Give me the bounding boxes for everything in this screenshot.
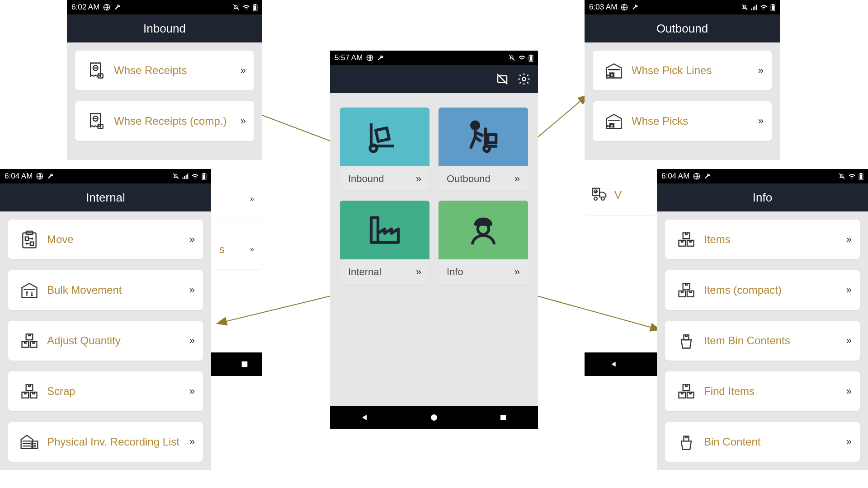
status-bar: 6:04 AM — [657, 169, 868, 183]
list-item-item-bin-contents[interactable]: Item Bin Contents » — [665, 321, 860, 361]
svg-rect-48 — [183, 178, 184, 179]
screen-title: Outbound — [585, 14, 780, 42]
clock: 6:02 AM — [71, 3, 99, 12]
svg-rect-16 — [242, 361, 248, 367]
warehouse-list-icon — [16, 432, 42, 452]
factory-icon — [340, 201, 429, 259]
svg-rect-59 — [26, 334, 33, 340]
battery-icon — [859, 173, 863, 180]
tile-internal[interactable]: Internal» — [340, 201, 429, 285]
chevron-right-icon: » — [846, 436, 852, 448]
list-item-whse-picks[interactable]: Whse Picks » — [593, 101, 772, 141]
svg-rect-8 — [255, 4, 256, 5]
bin-icon — [673, 331, 699, 351]
svg-rect-54 — [203, 174, 205, 179]
partial-label: s — [219, 243, 225, 256]
tile-label: Inbound — [348, 173, 384, 185]
list-item-physical-inv[interactable]: Physical Inv. Recording List » — [8, 422, 203, 462]
svg-rect-64 — [30, 392, 37, 398]
info-list: Items » Items (compact) » Item Bin Conte… — [657, 211, 868, 470]
svg-rect-78 — [679, 392, 686, 398]
clock: 5:57 AM — [335, 53, 363, 62]
globe-icon — [36, 173, 43, 180]
list-item-bin-content[interactable]: Bin Content » — [665, 422, 860, 462]
svg-rect-75 — [687, 291, 694, 297]
list-item-label: Move — [42, 233, 189, 246]
list-item-whse-pick-lines[interactable]: Whse Pick Lines » — [593, 51, 772, 90]
list-item-label: Whse Receipts — [109, 64, 241, 77]
list-item-move[interactable]: Move » — [8, 220, 203, 259]
recents-button[interactable] — [499, 413, 508, 422]
tile-label: Info — [447, 266, 463, 278]
svg-rect-69 — [860, 174, 862, 179]
chevron-right-icon: » — [758, 65, 764, 76]
home-button[interactable] — [429, 413, 439, 422]
battery-icon — [528, 54, 533, 62]
chevron-right-icon: » — [416, 266, 421, 278]
svg-rect-58 — [30, 242, 33, 245]
outbound-list: Whse Pick Lines » Whse Picks » — [585, 42, 780, 160]
svg-point-39 — [370, 145, 377, 152]
list-item-find-items[interactable]: Find Items » — [665, 371, 860, 411]
list-item-label: Find Items — [699, 385, 846, 398]
svg-rect-9 — [254, 5, 256, 10]
list-item-adjust-quantity[interactable]: Adjust Quantity » — [8, 321, 203, 361]
tile-inbound[interactable]: Inbound» — [340, 108, 429, 192]
chevron-right-icon: » — [189, 385, 195, 397]
clock: 6:04 AM — [661, 172, 689, 181]
list-item-scrap[interactable]: Scrap » — [8, 371, 203, 411]
screen-title: Info — [657, 183, 868, 211]
warehouse-updown-icon — [16, 280, 42, 300]
svg-point-37 — [522, 77, 526, 81]
svg-point-45 — [431, 414, 437, 421]
list-item-whse-receipts-comp[interactable]: Whse Receipts (comp.) » — [75, 101, 254, 141]
svg-rect-41 — [488, 135, 496, 143]
gear-icon[interactable] — [517, 72, 531, 86]
svg-rect-71 — [679, 240, 686, 246]
partial-label: V — [612, 189, 622, 202]
svg-rect-19 — [753, 7, 754, 10]
worker-hardhat-icon — [439, 201, 528, 259]
boxes-icon — [673, 280, 699, 300]
receipt-minus-icon — [83, 111, 109, 131]
bin-icon — [673, 432, 699, 452]
list-item-label: Adjust Quantity — [42, 334, 189, 347]
wrench-icon — [704, 173, 711, 180]
partial-nav-bar — [211, 352, 262, 376]
chevron-right-icon: » — [846, 284, 852, 296]
wrench-icon — [47, 173, 54, 180]
home-screen: 5:57 AM Inbound» — [330, 51, 538, 429]
svg-rect-53 — [203, 173, 205, 174]
svg-rect-20 — [755, 6, 755, 10]
barcode-off-icon[interactable] — [495, 72, 509, 86]
globe-icon — [366, 54, 373, 61]
svg-rect-26 — [611, 124, 613, 127]
clock: 6:03 AM — [589, 3, 617, 12]
boxes-icon — [673, 381, 699, 401]
square-icon — [241, 360, 249, 368]
list-item-items-compact[interactable]: Items (compact) » — [665, 270, 860, 310]
tile-info[interactable]: Info» — [439, 201, 528, 285]
chevron-right-icon: » — [250, 195, 254, 203]
svg-rect-61 — [30, 342, 37, 347]
chevron-right-icon: » — [189, 436, 195, 448]
svg-point-29 — [594, 197, 597, 200]
boxes-icon — [16, 331, 42, 351]
svg-rect-79 — [687, 392, 694, 398]
bell-off-icon — [838, 173, 845, 180]
list-item-label: Bulk Movement — [42, 284, 189, 296]
list-item-label: Scrap — [42, 385, 189, 398]
inbound-screen: 6:02 AM Inbound Whse Receipts » Whse Rec… — [67, 0, 262, 160]
battery-icon — [253, 4, 258, 11]
list-item-label: Item Bin Contents — [699, 334, 846, 347]
list-item-label: Whse Receipts (comp.) — [109, 115, 241, 127]
tile-outbound[interactable]: Outbound» — [439, 108, 528, 192]
list-item-whse-receipts[interactable]: Whse Receipts » — [75, 51, 254, 90]
back-triangle-icon — [610, 360, 618, 368]
list-item-bulk-movement[interactable]: Bulk Movement » — [8, 270, 203, 310]
tile-label: Outbound — [447, 173, 491, 185]
back-button[interactable] — [360, 413, 369, 422]
svg-rect-50 — [186, 175, 187, 179]
list-item-items[interactable]: Items » — [665, 220, 860, 259]
svg-point-30 — [601, 197, 604, 200]
